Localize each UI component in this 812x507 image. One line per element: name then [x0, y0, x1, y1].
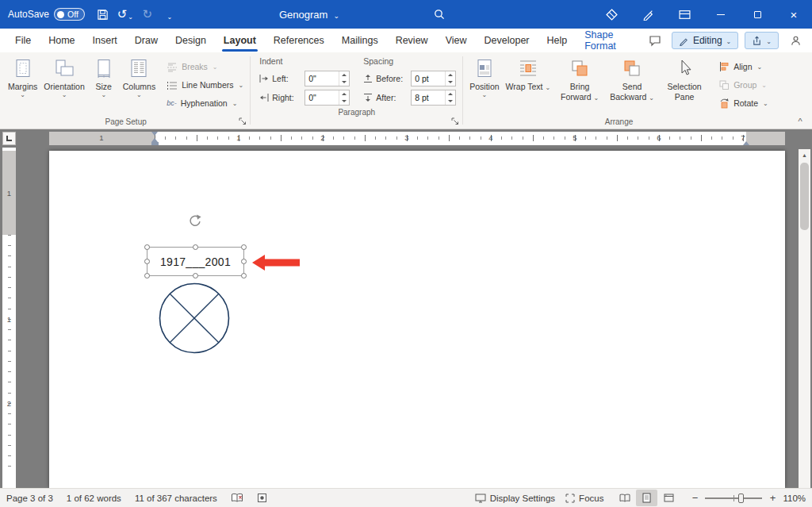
save-button[interactable] — [93, 2, 113, 26]
circle-x-shape[interactable] — [158, 282, 231, 355]
web-layout-button[interactable] — [658, 490, 680, 506]
tab-label: Design — [175, 35, 206, 46]
resize-handle-bottom-left[interactable] — [144, 273, 150, 278]
position-button[interactable]: Position ⌄ — [466, 54, 502, 99]
resize-handle-bottom-middle[interactable] — [193, 273, 198, 278]
first-line-indent-marker[interactable] — [151, 132, 158, 136]
search-icon — [434, 9, 445, 20]
spacing-before-input[interactable]: 0 pt — [411, 71, 456, 86]
zoom-in-button[interactable]: + — [768, 492, 777, 504]
proofing-status-button[interactable] — [231, 493, 243, 503]
indent-left-decrease-button[interactable] — [339, 79, 349, 86]
editing-mode-button[interactable]: Editing ⌄ — [672, 32, 738, 49]
tab-stop-selector[interactable] — [2, 132, 16, 145]
undo-button[interactable]: ↺⌄ — [115, 2, 136, 26]
tab-draw[interactable]: Draw — [126, 29, 167, 52]
spacing-after-increase-button[interactable] — [446, 90, 455, 98]
word-count-status[interactable]: 1 of 62 words — [67, 494, 121, 503]
macro-record-button[interactable] — [257, 493, 267, 503]
rotate-handle[interactable] — [188, 214, 202, 229]
document-title[interactable]: Genogram ⌄ — [279, 0, 339, 29]
tab-design[interactable]: Design — [167, 29, 215, 52]
share-button[interactable]: ⌄ — [745, 32, 779, 49]
horizontal-ruler[interactable]: 1 1 2 3 4 5 6 7 — [49, 132, 785, 145]
tab-layout[interactable]: Layout — [215, 29, 265, 52]
maximize-button[interactable] — [739, 0, 776, 29]
ink-button[interactable] — [630, 0, 666, 29]
rotate-button[interactable]: Rotate ⌄ — [715, 95, 772, 111]
read-mode-button[interactable] — [614, 490, 635, 506]
print-layout-button[interactable] — [636, 490, 657, 506]
scrollbar-thumb[interactable] — [800, 163, 809, 230]
spacing-after-decrease-button[interactable] — [446, 98, 455, 105]
tab-shape-format[interactable]: Shape Format — [576, 29, 645, 52]
focus-button[interactable]: Focus — [565, 494, 603, 503]
margins-button[interactable]: Margins ⌄ — [5, 54, 40, 99]
resize-handle-bottom-right[interactable] — [241, 273, 247, 278]
resize-handle-middle-left[interactable] — [144, 259, 150, 264]
hyphenation-button[interactable]: bc- Hyphenation ⌄ — [163, 95, 247, 111]
zoom-level-button[interactable]: 110% — [783, 494, 806, 503]
line-numbers-button[interactable]: Line Numbers ⌄ — [163, 77, 247, 93]
size-button[interactable]: Size ⌄ — [88, 54, 120, 99]
search-button[interactable] — [427, 0, 452, 29]
document-page[interactable]: 1917___2001 — [49, 151, 785, 488]
display-settings-button[interactable]: Display Settings — [475, 494, 555, 503]
comments-button[interactable] — [645, 31, 665, 50]
right-indent-marker[interactable] — [743, 141, 749, 145]
send-backward-button[interactable]: Send Backward ⌄ — [606, 54, 658, 103]
vertical-ruler[interactable]: 1 1 2 — [2, 148, 16, 488]
selected-textbox[interactable]: 1917___2001 — [147, 247, 244, 276]
tab-review[interactable]: Review — [387, 29, 437, 52]
vertical-scrollbar[interactable]: ▲ — [799, 149, 810, 488]
resize-handle-middle-right[interactable] — [241, 259, 247, 264]
wrap-text-button[interactable]: Wrap Text ⌄ — [503, 54, 554, 93]
indent-right-decrease-button[interactable] — [339, 98, 349, 105]
tab-developer[interactable]: Developer — [476, 29, 538, 52]
columns-button[interactable]: Columns ⌄ — [120, 54, 159, 99]
spacing-before-increase-button[interactable] — [446, 71, 455, 79]
spacing-before-decrease-button[interactable] — [446, 79, 455, 86]
align-button[interactable]: Align ⌄ — [715, 59, 772, 75]
bring-forward-button[interactable]: Bring Forward ⌄ — [553, 54, 606, 103]
orientation-button[interactable]: Orientation ⌄ — [40, 54, 87, 99]
scroll-up-button[interactable]: ▲ — [799, 149, 810, 161]
indent-left-increase-button[interactable] — [339, 71, 349, 79]
spacing-after-input[interactable]: 8 pt — [411, 90, 456, 106]
resize-handle-top-left[interactable] — [144, 244, 150, 250]
autosave-toggle[interactable]: AutoSave Off — [8, 8, 85, 21]
page-setup-dialog-launcher[interactable] — [238, 117, 247, 126]
zoom-slider-thumb[interactable] — [738, 494, 744, 503]
tab-file[interactable]: File — [6, 29, 40, 52]
tab-home[interactable]: Home — [40, 29, 83, 52]
red-arrow-shape[interactable] — [252, 255, 300, 271]
zoom-out-button[interactable]: − — [690, 492, 699, 504]
indent-left-input[interactable]: 0" — [304, 71, 350, 86]
selection-pane-button[interactable]: Selection Pane — [658, 54, 710, 103]
zoom-slider[interactable] — [705, 497, 762, 499]
close-button[interactable]: × — [776, 0, 812, 29]
presence-button[interactable] — [785, 31, 806, 50]
resize-handle-top-middle[interactable] — [193, 244, 198, 250]
collapse-ribbon-button[interactable]: ^ — [793, 116, 807, 127]
customize-quick-access-button[interactable]: ⌄ — [159, 2, 180, 26]
designer-icon-button[interactable] — [593, 0, 630, 29]
ribbon-display-options-button[interactable] — [666, 0, 703, 29]
resize-handle-top-right[interactable] — [241, 244, 247, 250]
minimize-button[interactable] — [703, 0, 739, 29]
tab-view[interactable]: View — [437, 29, 476, 52]
page-number-status[interactable]: Page 3 of 3 — [6, 494, 53, 503]
indent-right-input[interactable]: 0" — [304, 90, 350, 106]
breaks-button[interactable]: Breaks ⌄ — [163, 59, 247, 75]
tab-insert[interactable]: Insert — [84, 29, 126, 52]
autosave-pill[interactable]: Off — [54, 8, 85, 21]
tab-help[interactable]: Help — [538, 29, 576, 52]
group-button[interactable]: Group ⌄ — [715, 77, 772, 93]
character-count-status[interactable]: 11 of 367 characters — [135, 494, 217, 503]
tab-mailings[interactable]: Mailings — [333, 29, 387, 52]
tab-references[interactable]: References — [265, 29, 333, 52]
indent-right-increase-button[interactable] — [339, 90, 349, 98]
paragraph-dialog-launcher[interactable] — [450, 117, 460, 126]
redo-button[interactable]: ↻ — [137, 2, 158, 26]
left-indent-marker[interactable] — [151, 142, 159, 145]
